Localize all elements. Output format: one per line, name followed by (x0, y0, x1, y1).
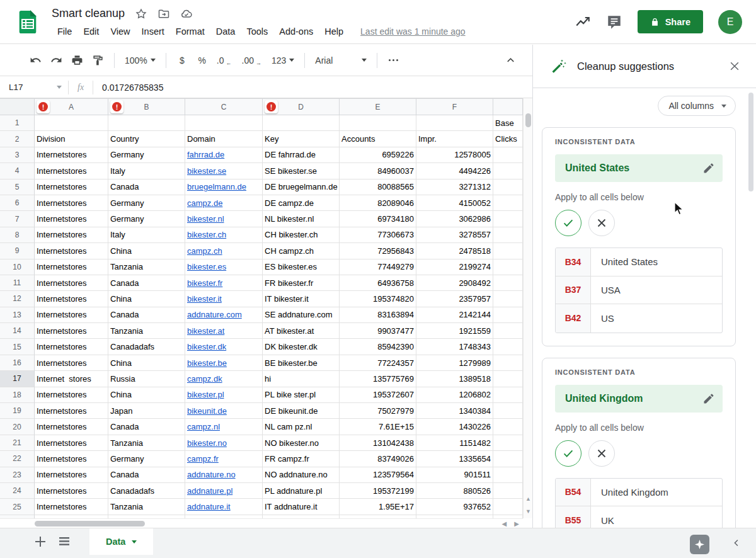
grid-cell[interactable]: 64936758 (340, 275, 416, 291)
grid-cell[interactable]: NO addnature.no (263, 467, 340, 483)
grid-cell[interactable]: 6959226 (340, 147, 416, 163)
grid-cell[interactable] (340, 115, 416, 131)
grid-cell[interactable]: 2478518 (416, 243, 493, 259)
decrease-decimal-button[interactable]: .0← (212, 50, 238, 71)
cell-hyperlink[interactable]: bikester.pl (187, 390, 224, 399)
grid-cell[interactable]: China (108, 387, 185, 403)
grid-cell[interactable]: bikester.be (185, 355, 263, 371)
grid-cell[interactable]: bikester.pl (185, 387, 263, 403)
close-panel-icon[interactable] (728, 60, 741, 72)
grid-cell[interactable]: Internetstores (35, 451, 108, 467)
grid-cell[interactable]: Germany (108, 211, 185, 227)
grid-cell[interactable]: Internetstores (35, 483, 108, 499)
grid-cell[interactable]: Internetstores (35, 147, 108, 163)
grid-cell[interactable]: bikester.dk (185, 339, 263, 355)
cell-hyperlink[interactable]: bikester.se (187, 166, 226, 176)
grid-cell[interactable]: Germany (108, 147, 185, 163)
grid-cell[interactable]: NL cam pz.nl (263, 419, 340, 435)
grid-cell[interactable]: bikester.no (185, 435, 263, 451)
column-header-clipped[interactable] (493, 98, 523, 115)
grid-cell[interactable]: Impr. (416, 131, 493, 147)
menu-help[interactable]: Help (319, 26, 349, 37)
grid-cell[interactable]: campz.de (185, 195, 263, 211)
grid-cell[interactable]: 75027979 (340, 403, 416, 419)
horizontal-scrollbar[interactable]: ◀▶ (0, 518, 523, 528)
grid-cell[interactable]: SE addnature.com (263, 307, 340, 323)
grid-cell[interactable]: Clicks (493, 131, 523, 147)
cell-reference[interactable]: B37 (556, 276, 591, 304)
grid-cell[interactable]: 4150052 (416, 195, 493, 211)
grid-cell[interactable]: 1389518 (416, 371, 493, 387)
grid-cell[interactable]: 83163894 (340, 307, 416, 323)
cell-hyperlink[interactable]: addnature.com (187, 310, 242, 319)
cleanup-warning-icon[interactable]: ! (37, 100, 50, 113)
grid-cell[interactable]: Internetstores (35, 243, 108, 259)
grid-cell[interactable]: bikester.fr (185, 275, 263, 291)
grid-cell[interactable] (493, 195, 523, 211)
row-header-5[interactable]: 5 (0, 179, 35, 195)
cell-hyperlink[interactable]: bikester.fr (187, 278, 222, 288)
row-header-14[interactable]: 14 (0, 323, 35, 339)
grid-cell[interactable]: Internetstores (35, 419, 108, 435)
grid-cell[interactable]: PL addnature.pl (263, 483, 340, 499)
grid-cell[interactable]: Internetstores (35, 435, 108, 451)
grid-cell[interactable]: 69734180 (340, 211, 416, 227)
more-toolbar-button[interactable] (383, 50, 403, 71)
row-header-20[interactable]: 20 (0, 419, 35, 435)
vertical-scrollbar-thumb[interactable] (525, 113, 531, 127)
grid-cell[interactable]: Tanzania (108, 435, 185, 451)
grid-cell[interactable]: 99037477 (340, 323, 416, 339)
grid-cell[interactable]: bikester.es (185, 259, 263, 275)
grid-cell[interactable] (493, 387, 523, 403)
row-header-2[interactable]: 2 (0, 131, 35, 147)
column-header-E[interactable]: E (340, 98, 416, 115)
grid-cell[interactable]: addnature.no (185, 467, 263, 483)
row-header-22[interactable]: 22 (0, 451, 35, 467)
grid-cell[interactable] (35, 115, 108, 131)
grid-cell[interactable] (493, 147, 523, 163)
row-header-6[interactable]: 6 (0, 195, 35, 211)
font-family-select[interactable]: Arial (311, 50, 371, 71)
grid-cell[interactable]: China (108, 355, 185, 371)
panel-scrollbar-thumb[interactable] (748, 93, 753, 191)
grid-cell[interactable]: 3278557 (416, 227, 493, 243)
row-header-3[interactable]: 3 (0, 147, 35, 163)
row-header-1[interactable]: 1 (0, 115, 35, 131)
comments-icon[interactable] (606, 14, 622, 30)
cell-hyperlink[interactable]: bikester.dk (187, 342, 226, 351)
menu-data[interactable]: Data (210, 26, 241, 37)
grid-cell[interactable]: 2908492 (416, 275, 493, 291)
cell-hyperlink[interactable]: bikester.be (187, 358, 227, 368)
scroll-down-icon[interactable]: ▼ (525, 508, 531, 515)
grid-cell[interactable]: bikester.ch (185, 227, 263, 243)
grid-cell[interactable]: 3062986 (416, 211, 493, 227)
cell-hyperlink[interactable]: bikester.no (187, 438, 227, 448)
grid-cell[interactable]: BE bikester.be (263, 355, 340, 371)
grid-cell[interactable]: 123579564 (340, 467, 416, 483)
row-header-12[interactable]: 12 (0, 291, 35, 307)
grid-cell[interactable]: Internetstores (35, 307, 108, 323)
grid-cell[interactable]: Internetstores (35, 499, 108, 515)
print-button[interactable] (67, 50, 88, 71)
grid-cell[interactable]: Internetstores (35, 323, 108, 339)
sheets-logo-icon[interactable] (15, 9, 40, 35)
grid-cell[interactable]: fahrrad.de (185, 147, 263, 163)
explore-button[interactable] (690, 535, 709, 554)
grid-cell[interactable]: SE bikester.se (263, 163, 340, 179)
reject-button[interactable] (588, 210, 615, 236)
row-header-16[interactable]: 16 (0, 355, 35, 371)
grid-cell[interactable]: IT bikester.it (263, 291, 340, 307)
menu-view[interactable]: View (105, 26, 135, 37)
hide-menus-button[interactable] (500, 50, 521, 71)
row-header-11[interactable]: 11 (0, 275, 35, 291)
grid-cell[interactable]: Canada (108, 467, 185, 483)
grid-cell[interactable]: 4494226 (416, 163, 493, 179)
row-header-15[interactable]: 15 (0, 339, 35, 355)
grid-cell[interactable]: addnature.pl (185, 483, 263, 499)
grid-cell[interactable]: Canadadafs (108, 339, 185, 355)
grid-cell[interactable]: 77224357 (340, 355, 416, 371)
name-box[interactable]: L17 (0, 83, 68, 92)
grid-cell[interactable] (493, 499, 523, 515)
grid-cell[interactable]: 84960037 (340, 163, 416, 179)
grid-cell[interactable]: Internetstores (35, 291, 108, 307)
